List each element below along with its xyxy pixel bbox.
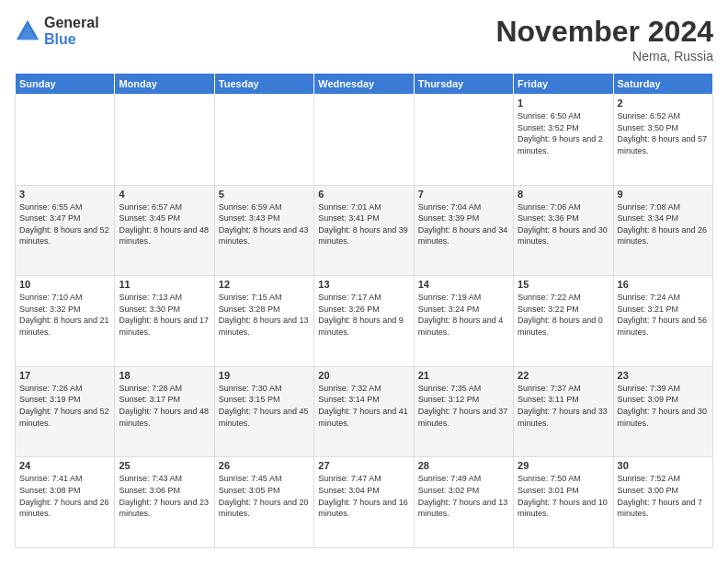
day-info: Sunrise: 7:32 AMSunset: 3:14 PMDaylight:… xyxy=(318,383,409,429)
day-info: Sunrise: 6:52 AMSunset: 3:50 PMDaylight:… xyxy=(618,110,709,156)
day-header: Monday xyxy=(115,74,214,95)
day-number: 24 xyxy=(19,460,110,471)
day-number: 8 xyxy=(518,189,609,200)
day-info: Sunrise: 7:15 AMSunset: 3:28 PMDaylight:… xyxy=(219,292,310,338)
day-header: Friday xyxy=(514,74,613,95)
day-info: Sunrise: 7:06 AMSunset: 3:36 PMDaylight:… xyxy=(518,201,609,247)
day-number: 16 xyxy=(618,279,709,290)
day-number: 15 xyxy=(518,279,609,290)
calendar-cell: 28Sunrise: 7:49 AMSunset: 3:02 PMDayligh… xyxy=(414,457,513,548)
day-info: Sunrise: 7:17 AMSunset: 3:26 PMDaylight:… xyxy=(318,292,409,338)
day-header: Wednesday xyxy=(314,74,414,95)
day-number: 30 xyxy=(618,460,709,471)
day-info: Sunrise: 6:57 AMSunset: 3:45 PMDaylight:… xyxy=(119,201,210,247)
day-number: 13 xyxy=(318,279,409,290)
calendar-week-row: 3Sunrise: 6:55 AMSunset: 3:47 PMDaylight… xyxy=(16,185,713,276)
calendar-cell: 2Sunrise: 6:52 AMSunset: 3:50 PMDaylight… xyxy=(613,95,712,186)
day-info: Sunrise: 7:45 AMSunset: 3:05 PMDaylight:… xyxy=(219,473,310,519)
calendar-cell: 26Sunrise: 7:45 AMSunset: 3:05 PMDayligh… xyxy=(214,457,313,548)
calendar-cell: 4Sunrise: 6:57 AMSunset: 3:45 PMDaylight… xyxy=(115,185,214,276)
day-number: 27 xyxy=(318,460,409,471)
day-number: 12 xyxy=(219,279,310,290)
day-info: Sunrise: 7:49 AMSunset: 3:02 PMDaylight:… xyxy=(418,473,509,519)
day-number: 19 xyxy=(219,370,310,381)
day-info: Sunrise: 7:19 AMSunset: 3:24 PMDaylight:… xyxy=(418,292,509,338)
calendar-cell: 20Sunrise: 7:32 AMSunset: 3:14 PMDayligh… xyxy=(314,366,414,457)
day-number: 2 xyxy=(618,98,709,109)
day-header: Sunday xyxy=(16,74,115,95)
day-info: Sunrise: 7:01 AMSunset: 3:41 PMDaylight:… xyxy=(318,201,409,247)
day-number: 22 xyxy=(518,370,609,381)
day-number: 11 xyxy=(119,279,210,290)
calendar-week-row: 10Sunrise: 7:10 AMSunset: 3:32 PMDayligh… xyxy=(16,276,713,367)
calendar-header-row: SundayMondayTuesdayWednesdayThursdayFrid… xyxy=(16,74,713,95)
day-number: 23 xyxy=(618,370,709,381)
day-header: Tuesday xyxy=(214,74,313,95)
calendar-cell: 30Sunrise: 7:52 AMSunset: 3:00 PMDayligh… xyxy=(613,457,712,548)
day-info: Sunrise: 7:22 AMSunset: 3:22 PMDaylight:… xyxy=(518,292,609,338)
day-info: Sunrise: 7:43 AMSunset: 3:06 PMDaylight:… xyxy=(119,473,210,519)
day-info: Sunrise: 7:10 AMSunset: 3:32 PMDaylight:… xyxy=(19,292,110,338)
day-number: 25 xyxy=(119,460,210,471)
calendar-cell xyxy=(314,95,414,186)
logo-general: General xyxy=(44,15,99,31)
day-number: 1 xyxy=(518,98,609,109)
day-info: Sunrise: 6:55 AMSunset: 3:47 PMDaylight:… xyxy=(19,201,110,247)
calendar-cell: 15Sunrise: 7:22 AMSunset: 3:22 PMDayligh… xyxy=(514,276,613,367)
day-header: Saturday xyxy=(613,74,712,95)
day-number: 20 xyxy=(318,370,409,381)
day-info: Sunrise: 7:50 AMSunset: 3:01 PMDaylight:… xyxy=(518,473,609,519)
calendar-cell: 1Sunrise: 6:50 AMSunset: 3:52 PMDaylight… xyxy=(514,95,613,186)
calendar-cell: 29Sunrise: 7:50 AMSunset: 3:01 PMDayligh… xyxy=(514,457,613,548)
day-info: Sunrise: 7:39 AMSunset: 3:09 PMDaylight:… xyxy=(618,383,709,429)
day-number: 5 xyxy=(219,189,310,200)
day-info: Sunrise: 7:35 AMSunset: 3:12 PMDaylight:… xyxy=(418,383,509,429)
calendar-cell: 21Sunrise: 7:35 AMSunset: 3:12 PMDayligh… xyxy=(414,366,513,457)
calendar-cell: 17Sunrise: 7:26 AMSunset: 3:19 PMDayligh… xyxy=(16,366,115,457)
calendar-cell: 25Sunrise: 7:43 AMSunset: 3:06 PMDayligh… xyxy=(115,457,214,548)
day-info: Sunrise: 7:28 AMSunset: 3:17 PMDaylight:… xyxy=(119,383,210,429)
day-info: Sunrise: 7:37 AMSunset: 3:11 PMDaylight:… xyxy=(518,383,609,429)
calendar-cell xyxy=(214,95,313,186)
day-info: Sunrise: 7:41 AMSunset: 3:08 PMDaylight:… xyxy=(19,473,110,519)
location: Nema, Russia xyxy=(495,49,713,63)
day-info: Sunrise: 7:30 AMSunset: 3:15 PMDaylight:… xyxy=(219,383,310,429)
calendar-cell xyxy=(16,95,115,186)
day-number: 17 xyxy=(19,370,110,381)
calendar-cell xyxy=(414,95,513,186)
calendar-cell: 12Sunrise: 7:15 AMSunset: 3:28 PMDayligh… xyxy=(214,276,313,367)
logo-blue: Blue xyxy=(44,31,99,48)
day-info: Sunrise: 6:50 AMSunset: 3:52 PMDaylight:… xyxy=(518,110,609,156)
day-number: 28 xyxy=(418,460,509,471)
calendar-week-row: 1Sunrise: 6:50 AMSunset: 3:52 PMDaylight… xyxy=(16,95,713,186)
calendar-cell xyxy=(115,95,214,186)
day-info: Sunrise: 7:52 AMSunset: 3:00 PMDaylight:… xyxy=(618,473,709,519)
day-number: 4 xyxy=(119,189,210,200)
calendar-week-row: 24Sunrise: 7:41 AMSunset: 3:08 PMDayligh… xyxy=(16,457,713,548)
day-number: 18 xyxy=(119,370,210,381)
day-info: Sunrise: 7:26 AMSunset: 3:19 PMDaylight:… xyxy=(19,383,110,429)
day-number: 9 xyxy=(618,189,709,200)
calendar-cell: 19Sunrise: 7:30 AMSunset: 3:15 PMDayligh… xyxy=(214,366,313,457)
calendar-cell: 11Sunrise: 7:13 AMSunset: 3:30 PMDayligh… xyxy=(115,276,214,367)
day-number: 21 xyxy=(418,370,509,381)
day-number: 6 xyxy=(318,189,409,200)
calendar-cell: 27Sunrise: 7:47 AMSunset: 3:04 PMDayligh… xyxy=(314,457,414,548)
calendar-cell: 14Sunrise: 7:19 AMSunset: 3:24 PMDayligh… xyxy=(414,276,513,367)
day-info: Sunrise: 7:08 AMSunset: 3:34 PMDaylight:… xyxy=(618,201,709,247)
header: General Blue November 2024 Nema, Russia xyxy=(15,15,713,63)
calendar-cell: 23Sunrise: 7:39 AMSunset: 3:09 PMDayligh… xyxy=(613,366,712,457)
day-info: Sunrise: 7:24 AMSunset: 3:21 PMDaylight:… xyxy=(618,292,709,338)
calendar-cell: 5Sunrise: 6:59 AMSunset: 3:43 PMDaylight… xyxy=(214,185,313,276)
calendar-week-row: 17Sunrise: 7:26 AMSunset: 3:19 PMDayligh… xyxy=(16,366,713,457)
title-block: November 2024 Nema, Russia xyxy=(495,15,713,63)
day-number: 14 xyxy=(418,279,509,290)
calendar-cell: 8Sunrise: 7:06 AMSunset: 3:36 PMDaylight… xyxy=(514,185,613,276)
day-header: Thursday xyxy=(414,74,513,95)
calendar-cell: 22Sunrise: 7:37 AMSunset: 3:11 PMDayligh… xyxy=(514,366,613,457)
page: General Blue November 2024 Nema, Russia … xyxy=(0,0,728,563)
day-number: 3 xyxy=(19,189,110,200)
logo-text: General Blue xyxy=(44,15,99,47)
calendar-cell: 9Sunrise: 7:08 AMSunset: 3:34 PMDaylight… xyxy=(613,185,712,276)
day-number: 29 xyxy=(518,460,609,471)
